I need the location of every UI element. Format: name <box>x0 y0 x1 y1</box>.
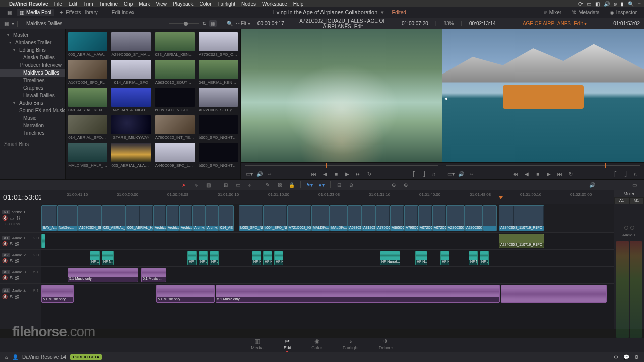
record-viewer-image[interactable]: ◄ <box>442 29 644 162</box>
breadcrumb[interactable]: Maldives Dailies <box>26 21 62 26</box>
src-markin-icon[interactable]: ⎡ <box>410 170 417 177</box>
video-clip[interactable]: A384C003_110719_R1PC <box>499 205 544 231</box>
page-media[interactable]: ▥Media <box>251 338 264 353</box>
video-clip[interactable]: A812C00... <box>362 205 376 231</box>
menu-color[interactable]: Color <box>200 1 212 7</box>
user-icon[interactable]: 👤 <box>12 354 18 360</box>
audio-clip[interactable]: A384C003_110719_R1PC <box>499 234 544 248</box>
video-clip[interactable]: 003_AERIAL_HA... <box>126 205 153 231</box>
clip-thumb[interactable]: A440C009_SFO_LUFT_S... <box>155 143 195 168</box>
menu-help[interactable]: Help <box>293 1 304 7</box>
audio3-track-lane[interactable]: 5.1 Music only5.1 Music ... <box>41 267 614 284</box>
video-clip[interactable]: A693C0... <box>348 205 362 231</box>
bin-master[interactable]: ▾Master <box>0 31 65 39</box>
audio-clip[interactable]: 5.1 Music only <box>41 285 74 303</box>
menu-workspace[interactable]: Workspace <box>262 1 287 7</box>
src-prev-icon[interactable]: ◀ <box>321 170 329 177</box>
audio-clip[interactable]: 5.1 Music only <box>216 285 500 303</box>
inspector-tab[interactable]: ◉Inspector <box>607 9 640 16</box>
video-track-lane[interactable]: BAY_A...NatGeo...A167C024_SF...025_AERIA… <box>41 204 614 233</box>
bin-item[interactable]: Music <box>0 114 65 122</box>
video-clip[interactable]: A167C024_SF... <box>78 205 102 231</box>
audio2-track-lane[interactable]: HF ...HF N...HF...HF ...HF ...HF N...HF … <box>41 250 614 267</box>
mute-icon[interactable]: 🔇 <box>2 215 8 221</box>
page-fairlight[interactable]: ♪Fairlight <box>343 338 359 353</box>
timeline-ruler[interactable]: 01:00:41:1601:00:50:0001:00:58:0801:01:0… <box>41 190 614 204</box>
video-clip[interactable]: A290C007_ST... <box>446 205 465 231</box>
zoom-percent[interactable]: 83% <box>443 21 454 26</box>
video-clip[interactable]: Archiv... <box>179 205 192 231</box>
list-view-icon[interactable]: ≣ <box>220 21 224 26</box>
audio-clip[interactable]: HF... <box>187 251 197 265</box>
wifi-icon[interactable]: ⎋ <box>614 1 617 7</box>
video-clip[interactable]: A290C007... <box>465 205 483 231</box>
src-first-icon[interactable]: ⏮ <box>310 170 317 177</box>
audio-mute-icon[interactable]: 🔊 <box>589 181 596 188</box>
clip-thumb[interactable]: 003_AERIAL_HAWAII_D... <box>68 32 108 57</box>
rec-matchframe-icon[interactable]: ◦◦ <box>468 170 475 177</box>
video-clip[interactable]: A775C0... <box>376 205 390 231</box>
rec-loop-icon[interactable]: ↻ <box>567 170 574 177</box>
audio-clip[interactable] <box>501 285 607 303</box>
video-clip[interactable]: Archiv... <box>192 205 206 231</box>
rec-mode-icon[interactable]: ▭▾ <box>447 170 455 177</box>
audio1-track-lane[interactable]: A384C003_110719_R1PC <box>41 233 614 250</box>
page-edit[interactable]: ✂Edit <box>284 338 292 353</box>
bin-item[interactable]: Alaska Dailies <box>0 54 65 61</box>
page-deliver[interactable]: ✈Deliver <box>379 338 393 353</box>
app-name[interactable]: DaVinci Resolve <box>9 1 48 7</box>
timecode-display[interactable]: 01:01:53:02 <box>0 190 41 204</box>
link-icon[interactable]: ⛓ <box>276 181 283 188</box>
menu-mark[interactable]: Mark <box>139 1 150 7</box>
rec-play-icon[interactable]: ▶ <box>545 170 552 177</box>
panel-toggle-icon[interactable]: ▦ <box>4 9 15 16</box>
menu-view[interactable]: View <box>156 1 167 7</box>
audio-clip[interactable]: HF ... <box>90 251 100 265</box>
src-mode-icon[interactable]: ▭▾ <box>246 170 253 177</box>
bin-item[interactable]: Narration <box>0 122 65 129</box>
audio-clip[interactable] <box>41 234 45 248</box>
cast-icon[interactable]: ◧ <box>595 1 600 7</box>
edit-index-tab[interactable]: ≣Edit Index <box>103 9 137 16</box>
audio-clip[interactable]: 5.1 Music only <box>156 285 215 303</box>
src-loop-icon[interactable]: ↻ <box>366 170 373 177</box>
thumb-view-icon[interactable]: ▦ <box>209 20 217 27</box>
audio-clip[interactable]: HF N... <box>252 251 261 265</box>
video-clip[interactable]: A072C00... <box>432 205 446 231</box>
menu-clip[interactable]: Clip <box>124 1 133 7</box>
bin-item[interactable]: ▾Airplanes Trailer <box>0 39 65 46</box>
src-matchframe-icon[interactable]: ◦◦ <box>266 170 273 177</box>
video-clip[interactable] <box>483 205 497 231</box>
track-header-a1[interactable]: A1Audio 12.0🔇S⛓ <box>0 233 41 250</box>
video-clip[interactable]: Archiv... <box>166 205 179 231</box>
menu-extra-icon[interactable]: ≡ <box>638 1 641 7</box>
linked-selection-icon[interactable]: ⊖ <box>348 181 355 188</box>
lock-icon[interactable]: 🔒 <box>288 181 295 188</box>
bin-item[interactable]: Hawaii Dailies <box>0 92 65 99</box>
clip-thumb[interactable]: A299C006_ST_MAARTE... <box>111 32 151 57</box>
src-markout-icon[interactable]: ⎦ <box>420 170 427 177</box>
battery-icon[interactable]: ▮ <box>621 1 624 7</box>
clip-thumb[interactable]: 033_AERIAL_KENYA_YE... <box>155 32 195 57</box>
audio-clip[interactable]: HF N... <box>274 251 283 265</box>
clip-thumb[interactable]: b005_SFO_NIGHT_LIGH... <box>155 88 195 112</box>
filter-icon[interactable]: ▾ <box>12 21 14 26</box>
search-icon[interactable]: 🔍 <box>628 1 634 7</box>
video-clip[interactable]: A865C0... <box>390 205 404 231</box>
audio-clip[interactable]: HF Narrat... <box>380 251 400 265</box>
video-clip[interactable]: A790C0... <box>404 205 418 231</box>
fit-dropdown[interactable]: Fit ▾ <box>241 21 250 26</box>
pan-knob-m1[interactable] <box>630 226 634 230</box>
bin-item[interactable]: ▾Editing Bins <box>0 46 65 54</box>
track-header-a3[interactable]: A3Audio 35.1🔇S⛓ <box>0 267 41 284</box>
track-header-a4[interactable]: A4Audio 45.1🔇S⛓ <box>0 284 41 304</box>
rec-first-icon[interactable]: ⏮ <box>512 170 519 177</box>
clip-thumb[interactable]: b005_SFO_NIGHT_LIGH... <box>198 143 238 168</box>
sort-icon[interactable]: ⇅ <box>202 21 206 26</box>
timeline-options-icon[interactable]: ▭ <box>631 181 638 188</box>
src-goto-icon[interactable]: ⎌ <box>430 170 437 177</box>
effects-library-tab[interactable]: ✦Effects Library <box>56 9 101 16</box>
bin-item[interactable]: ▾Audio Bins <box>0 99 65 107</box>
prefs-icon[interactable]: ⚙ <box>634 354 639 360</box>
clip-thumb[interactable]: 048_AERIAL_KENYA_07... <box>68 88 108 112</box>
